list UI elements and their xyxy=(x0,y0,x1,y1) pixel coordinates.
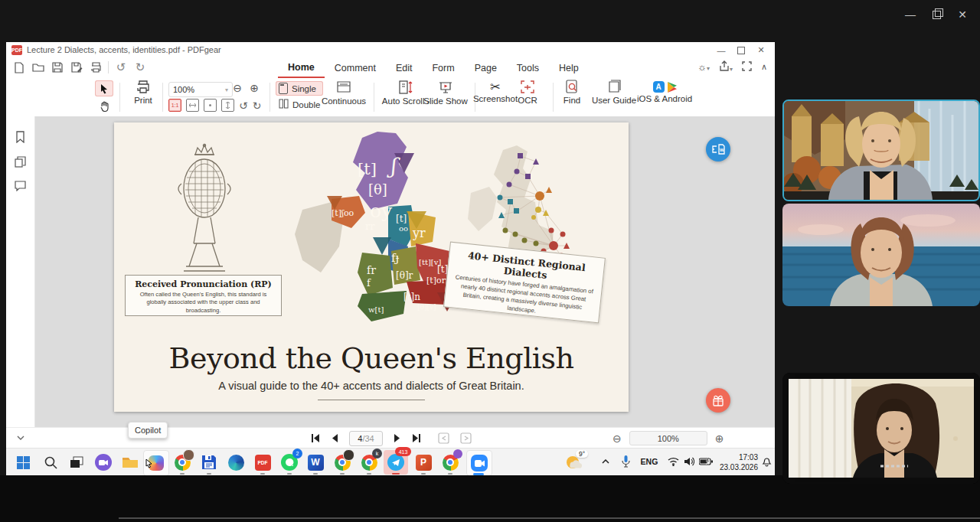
wifi-icon[interactable] xyxy=(666,455,680,468)
pdfgear-taskbar-button[interactable]: PDF xyxy=(252,452,273,473)
zoom-in-status-button[interactable]: ⊕ xyxy=(715,432,724,445)
collapse-ribbon-icon[interactable]: ∧ xyxy=(761,62,767,72)
search-button[interactable] xyxy=(40,452,61,473)
save-app-button[interactable] xyxy=(198,452,220,473)
single-page-button[interactable]: Single xyxy=(276,81,323,96)
close-button[interactable]: ✕ xyxy=(751,44,771,57)
zoom-out-button[interactable]: ⊖ xyxy=(231,82,243,94)
last-page-button[interactable] xyxy=(412,433,421,445)
hand-tool-button[interactable] xyxy=(95,98,113,114)
chrome-profile3-button[interactable]: k xyxy=(358,452,380,473)
rp-text-box: Received Pronunciation (RP) Often called… xyxy=(125,275,282,316)
new-file-icon[interactable] xyxy=(12,60,26,74)
restore-button[interactable] xyxy=(731,44,751,57)
start-button[interactable] xyxy=(12,452,34,473)
first-page-button[interactable] xyxy=(311,433,320,445)
whatsapp-button[interactable]: 2 xyxy=(279,452,300,473)
menu-tab-form[interactable]: Form xyxy=(422,59,464,77)
zoom-in-button[interactable]: ⊕ xyxy=(248,82,260,94)
svg-text:[t]ʃoo: [t]ʃoo xyxy=(332,208,354,218)
participant-video-1[interactable] xyxy=(782,100,980,201)
chat-app-button[interactable] xyxy=(93,452,114,473)
previous-page-button[interactable] xyxy=(331,433,338,445)
fit-width-button[interactable] xyxy=(186,99,199,112)
volume-icon[interactable] xyxy=(682,455,696,468)
comments-icon[interactable] xyxy=(13,179,27,193)
fit-actual-size-button[interactable]: 1:1 xyxy=(168,99,181,112)
app-store-icon: A xyxy=(653,81,665,93)
collapse-statusbar-icon[interactable] xyxy=(17,433,24,441)
weather-widget[interactable]: 9° xyxy=(565,452,585,471)
file-explorer-button[interactable] xyxy=(119,452,141,473)
share-icon[interactable]: ▾ xyxy=(719,60,733,73)
participant-video-3[interactable] xyxy=(782,373,980,484)
chrome-profile2-button[interactable] xyxy=(332,452,353,473)
menu-tab-edit[interactable]: Edit xyxy=(386,59,423,77)
bookmarks-icon[interactable] xyxy=(13,130,27,144)
rotate-left-icon[interactable]: ↺ xyxy=(239,100,248,112)
continuous-button[interactable]: Continuous xyxy=(318,80,369,106)
vintage-microphone-illustration xyxy=(158,141,250,277)
microphone-icon[interactable] xyxy=(619,454,632,469)
fit-page-button[interactable] xyxy=(204,99,217,112)
print-quick-icon[interactable] xyxy=(89,60,103,74)
pdf-to-word-button[interactable]: W xyxy=(706,137,730,161)
menu-tab-page[interactable]: Page xyxy=(465,59,507,77)
menu-tab-tools[interactable]: Tools xyxy=(507,59,549,77)
previous-view-button[interactable] xyxy=(438,432,449,445)
rotate-right-icon[interactable]: ↻ xyxy=(253,100,262,112)
copilot-button[interactable] xyxy=(143,450,169,476)
fit-height-button[interactable] xyxy=(221,99,234,112)
minimize-button[interactable]: — xyxy=(711,44,731,57)
edge-button[interactable] xyxy=(225,452,247,473)
open-file-icon[interactable] xyxy=(31,60,45,74)
promo-gift-button[interactable] xyxy=(706,388,730,413)
menu-tab-comment[interactable]: Comment xyxy=(325,59,386,77)
task-view-button[interactable] xyxy=(66,452,87,473)
redo-icon[interactable]: ↻ xyxy=(133,60,147,74)
telegram-button[interactable]: 413 xyxy=(384,450,408,475)
app-close-button[interactable]: ✕ xyxy=(949,6,975,23)
page-number-box[interactable]: 4/34 xyxy=(349,431,383,446)
select-tool-button[interactable] xyxy=(95,80,113,96)
theme-icon[interactable]: ☼▾ xyxy=(697,61,710,73)
undo-icon[interactable]: ↺ xyxy=(114,60,128,74)
zoom-app-button[interactable] xyxy=(466,450,492,476)
ios-android-button[interactable]: A iOS & Android xyxy=(632,80,697,103)
zoom-level-box[interactable]: 100% xyxy=(629,431,707,445)
notification-bell-icon[interactable] xyxy=(760,455,773,468)
chat-app-icon xyxy=(95,454,112,471)
print-button[interactable]: Print xyxy=(126,80,161,105)
menu-tab-home[interactable]: Home xyxy=(278,58,325,78)
app-restore-button[interactable] xyxy=(923,6,949,23)
next-view-button[interactable] xyxy=(460,432,472,445)
tray-chevron-icon[interactable] xyxy=(599,455,612,468)
word-button[interactable]: W xyxy=(305,452,326,473)
participant-video-2[interactable] xyxy=(782,204,980,306)
language-indicator[interactable]: ENG xyxy=(637,455,662,468)
clock-widget[interactable]: 17:03 23.03.2026 xyxy=(718,453,758,472)
fullscreen-icon[interactable] xyxy=(742,61,752,73)
zoom-out-status-button[interactable]: ⊖ xyxy=(612,432,622,445)
app-minimize-button[interactable]: — xyxy=(897,6,923,23)
thumbnails-icon[interactable] xyxy=(13,155,27,168)
next-page-button[interactable] xyxy=(394,433,401,445)
menu-tab-help[interactable]: Help xyxy=(549,59,589,77)
pdfgear-window: PDF Lecture 2 Dialects, accents, identit… xyxy=(6,42,775,448)
zoom-level-select[interactable]: 100%▾ xyxy=(168,82,233,97)
ocr-button[interactable]: OCR xyxy=(508,80,547,105)
pdf-statusbar: 4/34 ⊖ 100% ⊕ xyxy=(6,427,775,449)
telegram-badge: 413 xyxy=(395,447,411,456)
find-button[interactable]: Find xyxy=(556,80,588,105)
chrome-profile4-button[interactable] xyxy=(439,452,461,473)
continuous-icon xyxy=(335,80,352,95)
powerpoint-button[interactable]: P xyxy=(413,452,434,473)
battery-icon[interactable] xyxy=(697,455,714,468)
save-icon[interactable] xyxy=(51,60,64,74)
save-as-icon[interactable] xyxy=(70,60,83,74)
double-page-button[interactable]: Double xyxy=(276,99,320,110)
slide-show-button[interactable]: Slide Show xyxy=(420,80,472,106)
user-guide-button[interactable]: User Guide xyxy=(590,80,639,105)
chrome-profile1-button[interactable] xyxy=(172,452,193,473)
pdfgear-logo-icon: PDF xyxy=(11,45,22,55)
